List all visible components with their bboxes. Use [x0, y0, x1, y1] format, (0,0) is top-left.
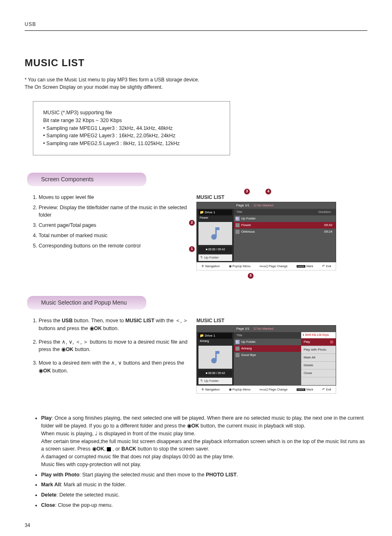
preview-thumbnail: [198, 346, 232, 369]
spec-line: • Sampling rate MPEG2 Layer3 : 16kHz, 22…: [43, 132, 220, 140]
popup-item[interactable]: Mark All: [301, 354, 336, 362]
callout-1: 1: [189, 246, 195, 252]
preview-thumbnail: [198, 222, 232, 245]
list-item: Current page/Total pages: [39, 222, 189, 229]
callout-3: 3: [244, 189, 250, 194]
popup-hint: ◉ PopUp Menu: [229, 264, 251, 268]
page-indicator: Page 1/1: [236, 203, 249, 208]
spec-line: • Sampling rate MPEG1 Layer3 : 32kHz, 44…: [43, 125, 220, 132]
desc-play: Play: Once a song finishes playing, the …: [41, 414, 367, 468]
file-info: ℹ 3945 KB,128 Kbps: [301, 332, 336, 338]
list-row[interactable]: Oblivious 05:24: [234, 229, 336, 235]
marked-indicator: ☑ No Marked: [254, 203, 273, 208]
page-title: MUSIC LIST: [25, 55, 367, 70]
mark-hint: MARK Mark: [297, 264, 313, 268]
mark-hint: MARK Mark: [297, 387, 313, 392]
callout-5: 5: [248, 273, 254, 279]
drive-label: 📁 Drive 1: [198, 333, 232, 339]
spec-line: • Sampling rate MPEG2.5 Layer3 : 8kHz, 1…: [43, 140, 220, 148]
popup-item[interactable]: Play with Photo: [301, 346, 336, 354]
time-display: ■ 00:00 / 05:42: [198, 247, 232, 253]
popup-hint: ◉ PopUp Menu: [229, 387, 251, 392]
callout-2: 2: [189, 220, 195, 226]
remote-button-legend: ✢ Navigation ◉ PopUp Menu PAGE▯ Page Cha…: [196, 386, 336, 394]
page-indicator: Page 1/1: [236, 326, 249, 331]
spec-line: Bit rate range 32 Kbps ~ 320 Kbps: [43, 117, 220, 125]
component-list: Moves to upper level file Preview: Displ…: [39, 194, 189, 250]
up-folder-icon: ↰: [235, 217, 240, 221]
up-folder-icon: ↰: [235, 340, 240, 344]
time-display: ■ 00:00 / 05:42: [198, 370, 232, 377]
drive-label: 📁 Drive 1: [198, 210, 232, 215]
up-folder-button[interactable]: ↰ Up Folder: [198, 378, 232, 384]
popup-menu: ℹ 3945 KB,128 Kbps Play Play with Photo …: [301, 332, 336, 385]
remote-button-legend: ✢ Navigation ◉ PopUp Menu PAGE▯ Page Cha…: [196, 262, 336, 270]
file-list: Title Duration ↰ Up Folder Flower 05:42: [234, 209, 336, 262]
spec-line: MUSIC (*.MP3) supporting file: [43, 109, 220, 117]
col-duration: Duration: [314, 209, 336, 215]
list-item: Total number of marked music: [39, 232, 189, 240]
col-title: Title: [234, 209, 314, 215]
folder-label: Arirang: [198, 339, 232, 344]
list-row[interactable]: ↰ Up Folder: [234, 215, 336, 222]
music-note-icon: [207, 349, 224, 365]
osd-diagram: MUSIC LIST Page 1/1 ☑ No Marked 📁 Drive …: [196, 317, 336, 394]
sidebar: 📁 Drive 1 Arirang ■ 00:00 / 05:42 ↰ Up F…: [197, 332, 234, 385]
desc-play-with-photo: Play with Photo: Start playing the selec…: [41, 471, 367, 479]
osd-title: MUSIC LIST: [196, 194, 336, 201]
page-hint: PAGE▯ Page Change: [260, 387, 288, 392]
music-icon: [235, 223, 240, 227]
callout-4: 4: [265, 189, 271, 194]
list-item: Preview: Display the title/folder name o…: [39, 204, 189, 219]
exit-hint: ↶ Exit: [322, 387, 331, 392]
specs-box: MUSIC (*.MP3) supporting file Bit rate r…: [33, 101, 230, 155]
list-item: Moves to upper level file: [39, 194, 189, 201]
popup-item-play[interactable]: Play: [301, 338, 336, 346]
popup-item[interactable]: Close: [301, 370, 336, 377]
section-heading: Screen Components: [27, 173, 146, 186]
nav-hint: ✢ Navigation: [201, 264, 220, 268]
intro-text: * You can use the Music List menu to pla…: [25, 76, 367, 91]
sidebar: 📁 Drive 1 Flower ■ 00:00 / 05:42 ↰ Up Fo…: [197, 209, 234, 262]
folder-label: Flower: [198, 215, 232, 221]
list-item: Press the ∧, ∨, ＜, ＞ buttons to move to …: [39, 338, 189, 354]
desc-mark-all: Mark All: Mark all music in the folder.: [41, 481, 367, 489]
page-hint: PAGE▯ Page Change: [260, 264, 288, 268]
col-title: Title: [234, 332, 301, 339]
menu-description: Play: Once a song finishes playing, the …: [33, 414, 367, 509]
up-folder-button[interactable]: ↰ Up Folder: [198, 254, 232, 261]
list-item: Move to a desired item with the ∧, ∨ but…: [39, 359, 189, 375]
file-list: Title ↰Up Folder Arirang Good Bye ℹ 3945…: [234, 332, 336, 385]
exit-hint: ↶ Exit: [322, 264, 331, 268]
stop-icon: [107, 447, 111, 451]
music-icon: [235, 347, 240, 351]
left-right-icon: ＜, ＞: [175, 318, 188, 323]
up-arrow-icon: ↰: [200, 255, 203, 260]
music-note-icon: [207, 225, 224, 242]
osd-title: MUSIC LIST: [196, 317, 336, 324]
desc-close: Close: Close the pop-up menu.: [41, 501, 367, 509]
list-item: Press the USB button. Then, move to MUSI…: [39, 317, 189, 333]
section-header: USB: [25, 21, 367, 31]
up-down-icon: ∧, ∨: [111, 360, 122, 366]
directional-icon: ∧, ∨, ＜, ＞: [62, 339, 88, 345]
music-icon: [235, 353, 240, 357]
section-heading: Music Selection and Popup Menu: [27, 296, 146, 310]
popup-item[interactable]: Delete: [301, 362, 336, 370]
page-number: 34: [25, 522, 367, 529]
list-row-selected[interactable]: Flower 05:42: [234, 222, 336, 229]
ok-icon: [330, 340, 333, 344]
list-row-selected[interactable]: Arirang: [234, 345, 301, 352]
list-row[interactable]: Good Bye: [234, 352, 301, 358]
step-list: Press the USB button. Then, move to MUSI…: [39, 317, 189, 375]
nav-hint: ✢ Navigation: [201, 387, 220, 392]
osd-diagram: 3 4 2 1 5 MUSIC LIST Page 1/1 ☑ No Marke…: [196, 194, 336, 270]
marked-indicator: ☑ No Marked: [254, 326, 273, 331]
music-icon: [235, 230, 240, 234]
desc-delete: Delete: Delete the selected music.: [41, 491, 367, 499]
list-row[interactable]: ↰Up Folder: [234, 339, 301, 345]
up-arrow-icon: ↰: [200, 379, 203, 384]
list-item: Corresponding buttons on the remote cont…: [39, 242, 189, 250]
